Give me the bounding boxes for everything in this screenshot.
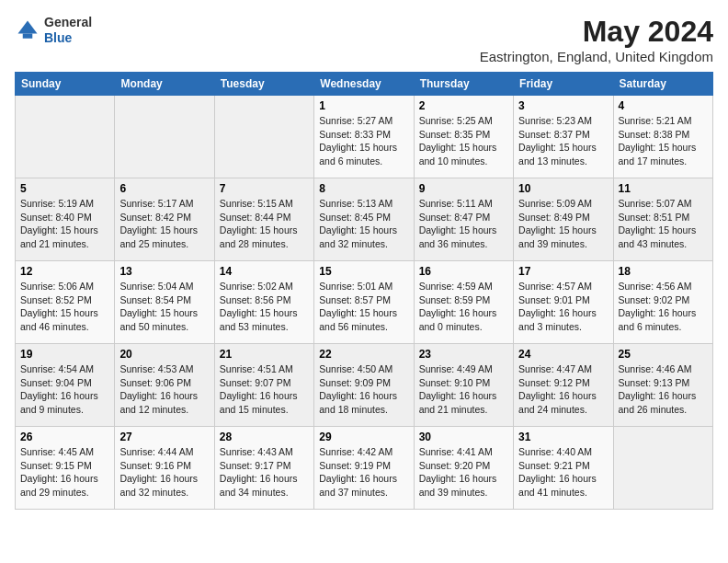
calendar-cell: 14Sunrise: 5:02 AMSunset: 8:56 PMDayligh… (214, 261, 313, 344)
calendar-cell: 3Sunrise: 5:23 AMSunset: 8:37 PMDaylight… (514, 96, 613, 178)
day-info: Sunrise: 5:15 AMSunset: 8:44 PMDaylight:… (220, 197, 309, 251)
day-number: 17 (518, 265, 608, 278)
calendar-header: SundayMondayTuesdayWednesdayThursdayFrid… (16, 73, 713, 96)
day-info: Sunrise: 4:47 AMSunset: 9:12 PMDaylight:… (518, 362, 608, 417)
weekday-header: Tuesday (214, 73, 313, 96)
calendar-cell: 8Sunrise: 5:13 AMSunset: 8:45 PMDaylight… (314, 178, 414, 261)
day-info: Sunrise: 4:51 AMSunset: 9:07 PMDaylight:… (220, 362, 309, 417)
day-info: Sunrise: 5:23 AMSunset: 8:37 PMDaylight:… (518, 114, 608, 168)
day-number: 25 (619, 348, 708, 361)
day-info: Sunrise: 5:19 AMSunset: 8:40 PMDaylight:… (20, 197, 109, 251)
calendar-cell: 24Sunrise: 4:47 AMSunset: 9:12 PMDayligh… (514, 344, 613, 427)
day-number: 24 (518, 348, 608, 361)
day-number: 28 (220, 431, 309, 443)
calendar-week-row: 1Sunrise: 5:27 AMSunset: 8:33 PMDaylight… (16, 96, 713, 178)
weekday-header: Sunday (16, 73, 115, 96)
calendar-cell: 26Sunrise: 4:45 AMSunset: 9:15 PMDayligh… (16, 427, 115, 510)
day-info: Sunrise: 4:41 AMSunset: 9:20 PMDaylight:… (419, 445, 508, 500)
calendar-cell: 4Sunrise: 5:21 AMSunset: 8:38 PMDaylight… (613, 96, 712, 178)
day-number: 16 (419, 265, 508, 278)
day-number: 10 (518, 182, 608, 195)
day-info: Sunrise: 5:17 AMSunset: 8:42 PMDaylight:… (119, 197, 209, 251)
calendar-cell: 28Sunrise: 4:43 AMSunset: 9:17 PMDayligh… (214, 427, 313, 510)
calendar-table: SundayMondayTuesdayWednesdayThursdayFrid… (15, 72, 713, 510)
svg-marker-0 (18, 20, 38, 33)
day-info: Sunrise: 5:02 AMSunset: 8:56 PMDaylight:… (220, 280, 309, 334)
calendar-cell: 17Sunrise: 4:57 AMSunset: 9:01 PMDayligh… (514, 261, 613, 344)
weekday-header: Saturday (613, 73, 712, 96)
calendar-cell: 1Sunrise: 5:27 AMSunset: 8:33 PMDaylight… (314, 96, 414, 178)
day-number: 3 (518, 99, 608, 112)
calendar-cell: 25Sunrise: 4:46 AMSunset: 9:13 PMDayligh… (613, 344, 712, 427)
day-info: Sunrise: 5:27 AMSunset: 8:33 PMDaylight:… (319, 114, 408, 168)
weekday-header: Wednesday (314, 73, 414, 96)
day-info: Sunrise: 5:01 AMSunset: 8:57 PMDaylight:… (319, 280, 408, 334)
calendar-cell: 23Sunrise: 4:49 AMSunset: 9:10 PMDayligh… (414, 344, 513, 427)
day-number: 12 (20, 265, 109, 278)
calendar-cell: 16Sunrise: 4:59 AMSunset: 8:59 PMDayligh… (414, 261, 513, 344)
calendar-cell: 31Sunrise: 4:40 AMSunset: 9:21 PMDayligh… (514, 427, 613, 510)
day-info: Sunrise: 4:54 AMSunset: 9:04 PMDaylight:… (20, 362, 109, 417)
day-info: Sunrise: 4:45 AMSunset: 9:15 PMDaylight:… (20, 445, 109, 500)
day-number: 30 (419, 431, 508, 443)
logo-icon (15, 17, 40, 43)
day-number: 9 (419, 182, 508, 195)
calendar-cell: 15Sunrise: 5:01 AMSunset: 8:57 PMDayligh… (314, 261, 414, 344)
calendar-cell: 2Sunrise: 5:25 AMSunset: 8:35 PMDaylight… (414, 96, 513, 178)
day-info: Sunrise: 4:56 AMSunset: 9:02 PMDaylight:… (619, 280, 708, 334)
calendar-body: 1Sunrise: 5:27 AMSunset: 8:33 PMDaylight… (16, 96, 713, 510)
day-number: 26 (20, 431, 109, 443)
calendar-cell: 10Sunrise: 5:09 AMSunset: 8:49 PMDayligh… (514, 178, 613, 261)
day-info: Sunrise: 4:53 AMSunset: 9:06 PMDaylight:… (119, 362, 209, 417)
day-info: Sunrise: 5:13 AMSunset: 8:45 PMDaylight:… (319, 197, 408, 251)
weekday-header: Thursday (414, 73, 513, 96)
day-number: 2 (419, 99, 508, 112)
weekday-header: Friday (514, 73, 613, 96)
day-info: Sunrise: 4:46 AMSunset: 9:13 PMDaylight:… (619, 362, 708, 417)
day-number: 6 (119, 182, 209, 195)
day-number: 8 (319, 182, 408, 195)
day-info: Sunrise: 5:07 AMSunset: 8:51 PMDaylight:… (619, 197, 708, 251)
day-number: 1 (319, 99, 408, 112)
day-info: Sunrise: 4:49 AMSunset: 9:10 PMDaylight:… (419, 362, 508, 417)
calendar-cell: 20Sunrise: 4:53 AMSunset: 9:06 PMDayligh… (115, 344, 214, 427)
day-number: 13 (119, 265, 209, 278)
day-number: 4 (619, 99, 708, 112)
weekday-header: Monday (115, 73, 214, 96)
day-info: Sunrise: 4:43 AMSunset: 9:17 PMDaylight:… (220, 445, 309, 500)
calendar-week-row: 26Sunrise: 4:45 AMSunset: 9:15 PMDayligh… (16, 427, 713, 510)
calendar-cell: 27Sunrise: 4:44 AMSunset: 9:16 PMDayligh… (115, 427, 214, 510)
day-number: 20 (119, 348, 209, 361)
calendar-week-row: 19Sunrise: 4:54 AMSunset: 9:04 PMDayligh… (16, 344, 713, 427)
day-number: 31 (518, 431, 608, 443)
day-info: Sunrise: 4:50 AMSunset: 9:09 PMDaylight:… (319, 362, 408, 417)
location-subtitle: Eastrington, England, United Kingdom (480, 49, 713, 64)
day-number: 22 (319, 348, 408, 361)
day-number: 29 (319, 431, 408, 443)
calendar-cell: 13Sunrise: 5:04 AMSunset: 8:54 PMDayligh… (115, 261, 214, 344)
day-info: Sunrise: 5:09 AMSunset: 8:49 PMDaylight:… (518, 197, 608, 251)
calendar-cell: 6Sunrise: 5:17 AMSunset: 8:42 PMDaylight… (115, 178, 214, 261)
day-info: Sunrise: 4:40 AMSunset: 9:21 PMDaylight:… (518, 445, 608, 500)
calendar-cell (613, 427, 712, 510)
calendar-cell: 22Sunrise: 4:50 AMSunset: 9:09 PMDayligh… (314, 344, 414, 427)
weekday-row: SundayMondayTuesdayWednesdayThursdayFrid… (16, 73, 713, 96)
day-info: Sunrise: 4:59 AMSunset: 8:59 PMDaylight:… (419, 280, 508, 334)
day-number: 15 (319, 265, 408, 278)
logo-general-text: General (44, 15, 92, 29)
day-number: 5 (20, 182, 109, 195)
day-number: 19 (20, 348, 109, 361)
day-info: Sunrise: 4:42 AMSunset: 9:19 PMDaylight:… (319, 445, 408, 500)
calendar-cell: 19Sunrise: 4:54 AMSunset: 9:04 PMDayligh… (16, 344, 115, 427)
title-block: May 2024 Eastrington, England, United Ki… (480, 15, 713, 64)
day-number: 18 (619, 265, 708, 278)
logo: General Blue (15, 15, 92, 46)
day-info: Sunrise: 5:04 AMSunset: 8:54 PMDaylight:… (119, 280, 209, 334)
calendar-cell: 12Sunrise: 5:06 AMSunset: 8:52 PMDayligh… (16, 261, 115, 344)
day-number: 14 (220, 265, 309, 278)
calendar-week-row: 5Sunrise: 5:19 AMSunset: 8:40 PMDaylight… (16, 178, 713, 261)
logo-blue-text: Blue (44, 30, 72, 45)
calendar-cell: 18Sunrise: 4:56 AMSunset: 9:02 PMDayligh… (613, 261, 712, 344)
svg-rect-1 (23, 33, 33, 38)
day-info: Sunrise: 5:11 AMSunset: 8:47 PMDaylight:… (419, 197, 508, 251)
